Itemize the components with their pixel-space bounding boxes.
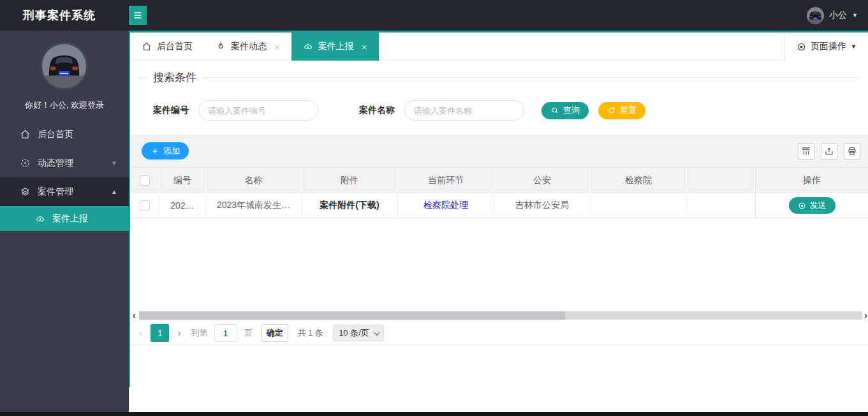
- sidebar-item-dynamic-mgmt[interactable]: 动态管理 ▼: [0, 149, 129, 177]
- refresh-icon: [607, 106, 616, 115]
- dot-circle-icon: [797, 42, 806, 52]
- user-caret-down-icon: ▼: [852, 12, 858, 19]
- export-button[interactable]: [821, 143, 837, 160]
- send-button[interactable]: 发送: [789, 197, 835, 214]
- page-size-value: 10 条/页: [339, 327, 369, 339]
- table-tool-icons: [798, 143, 860, 160]
- chevron-down-icon: ▼: [851, 43, 857, 50]
- column-header-police: 公安: [494, 168, 591, 193]
- horizontal-scrollbar: ‹ ›: [130, 311, 868, 320]
- chevron-down-icon: ▼: [111, 160, 117, 167]
- user-name: 小公: [829, 10, 847, 21]
- column-header-stage: 当前环节: [398, 168, 494, 193]
- sidebar-avatar: [40, 42, 88, 90]
- current-page-button[interactable]: 1: [151, 324, 169, 342]
- flame-icon: [216, 41, 226, 52]
- dot-circle-icon: [798, 202, 806, 210]
- cell-id: 202…: [159, 193, 206, 218]
- case-name-label: 案件名称: [359, 105, 395, 116]
- search-section-legend: 搜索条件: [138, 70, 860, 84]
- scrollbar-thumb[interactable]: [139, 311, 565, 320]
- scroll-left-icon[interactable]: ‹: [133, 311, 136, 320]
- query-button[interactable]: 查询: [541, 102, 589, 119]
- cell-name: 2023年城南发生…: [206, 193, 302, 218]
- tab-close-icon[interactable]: ×: [362, 41, 367, 52]
- row-checkbox[interactable]: [140, 200, 150, 211]
- sidebar-toggle-button[interactable]: [129, 6, 147, 25]
- column-header-id: 编号: [159, 168, 206, 193]
- goto-page-input[interactable]: [214, 324, 237, 342]
- tab-close-icon[interactable]: ×: [274, 41, 280, 52]
- cell-attachment-link[interactable]: 案件附件(下载): [302, 193, 398, 218]
- case-number-label: 案件编号: [153, 105, 189, 116]
- main-content: 后台首页 案件动态 × 案件上报 × 页面操作 ▼ 搜索条件 案件: [129, 31, 868, 416]
- tab-label: 案件动态: [231, 41, 267, 52]
- next-page-icon[interactable]: ›: [177, 327, 180, 339]
- tab-home[interactable]: 后台首页: [130, 33, 204, 61]
- page-size-select[interactable]: 10 条/页: [333, 325, 384, 341]
- select-all-checkbox[interactable]: [140, 175, 150, 186]
- tab-bar: 后台首页 案件动态 × 案件上报 ×: [130, 33, 868, 61]
- columns-filter-icon: [801, 146, 811, 156]
- tab-label: 后台首页: [157, 41, 193, 52]
- reset-button[interactable]: 重置: [598, 102, 645, 119]
- prev-page-icon[interactable]: ‹: [139, 327, 142, 339]
- case-number-input[interactable]: [198, 100, 318, 121]
- sidebar-item-case-report[interactable]: 案件上报: [0, 206, 129, 231]
- topbar: 刑事案件系统 小公 ▼: [0, 0, 868, 31]
- table-header-row: 编号 名称 附件 当前环节 公安 检察院 操作: [130, 168, 868, 193]
- total-count-label: 共 1 条: [298, 327, 323, 339]
- cloud-upload-icon: [35, 214, 45, 224]
- home-icon: [20, 129, 31, 140]
- confirm-page-button[interactable]: 确定: [261, 324, 288, 342]
- table-toolbar: 添加: [130, 135, 868, 168]
- plus-icon: [151, 147, 159, 156]
- case-table: 编号 名称 附件 当前环节 公安 检察院 操作 202… 2023年城南发生… …: [130, 168, 868, 218]
- window-bottom-edge: [0, 412, 868, 416]
- table-row: 202… 2023年城南发生… 案件附件(下载) 检察院处理 吉林市公安局 发送: [130, 193, 868, 218]
- cell-stage-link[interactable]: 检察院处理: [398, 193, 494, 218]
- tab-label: 案件上报: [318, 41, 354, 52]
- user-avatar: [807, 7, 824, 24]
- dashed-circle-icon: [20, 158, 31, 168]
- sidebar-item-label: 案件管理: [38, 186, 73, 198]
- user-menu[interactable]: 小公 ▼: [807, 0, 858, 31]
- sidebar-item-home[interactable]: 后台首页: [0, 120, 129, 149]
- column-header-procuratorate: 检察院: [591, 168, 687, 193]
- pagination: ‹ 1 › 到第 页 确定 共 1 条 10 条/页: [139, 324, 384, 342]
- select-all-cell: [130, 168, 159, 193]
- goto-prefix-label: 到第: [191, 327, 208, 339]
- cell-actions: 发送: [755, 193, 868, 218]
- add-button-label: 添加: [163, 145, 180, 157]
- search-icon: [550, 106, 559, 115]
- welcome-text: 你好！小公, 欢迎登录: [0, 100, 129, 111]
- case-name-input[interactable]: [404, 100, 524, 121]
- home-icon: [142, 41, 152, 52]
- cloud-upload-icon: [303, 41, 313, 52]
- tab-case-dynamic[interactable]: 案件动态 ×: [204, 33, 291, 61]
- table-bottom-border: [130, 345, 868, 345]
- chevron-up-icon: ▲: [111, 188, 117, 195]
- scrollbar-track[interactable]: [139, 311, 862, 320]
- page-operations-label: 页面操作: [811, 41, 846, 52]
- column-header-attachment: 附件: [302, 168, 398, 193]
- row-select-cell: [130, 193, 159, 218]
- filter-columns-button[interactable]: [798, 143, 814, 160]
- page-operations-dropdown[interactable]: 页面操作 ▼: [784, 33, 868, 61]
- query-button-label: 查询: [563, 105, 580, 116]
- app-title: 刑事案件系统: [23, 0, 96, 31]
- add-button[interactable]: 添加: [142, 142, 189, 160]
- scroll-right-icon[interactable]: ›: [864, 311, 867, 320]
- sidebar-item-label: 动态管理: [38, 158, 73, 169]
- export-icon: [824, 146, 834, 156]
- send-button-label: 发送: [810, 200, 827, 211]
- sidebar-item-case-mgmt[interactable]: 案件管理 ▲: [0, 177, 129, 206]
- select-chevron-icon: [374, 329, 380, 336]
- print-button[interactable]: [844, 143, 860, 160]
- column-header-blank: [687, 168, 755, 193]
- legend-line: [203, 77, 860, 78]
- column-header-name: 名称: [206, 168, 302, 193]
- tab-case-report[interactable]: 案件上报 ×: [291, 33, 379, 61]
- cell-police: 吉林市公安局: [494, 193, 591, 218]
- goto-suffix-label: 页: [244, 327, 253, 339]
